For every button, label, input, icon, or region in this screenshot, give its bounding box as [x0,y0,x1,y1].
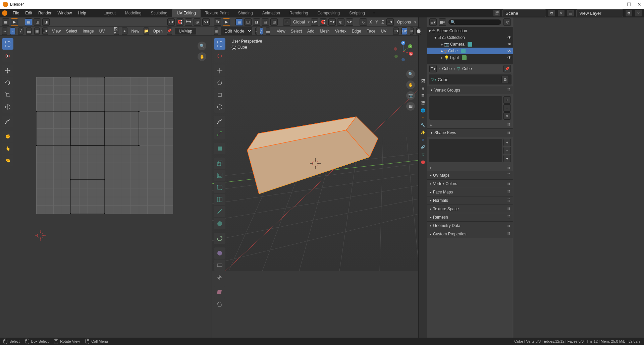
tree-item-cube[interactable]: ▸ ▽ Cube 👁 [427,48,513,54]
uv-mode-view-icon[interactable]: ▶ [11,18,18,26]
vp-tool-rotate[interactable] [214,77,225,89]
sel-face-icon[interactable]: ▬ [266,27,270,35]
uv-sync-selection-icon[interactable]: ▦ [25,18,32,26]
vp-tool-inset[interactable] [214,170,225,181]
more-icon[interactable]: ⠿ [507,165,510,170]
vp-tool-measure[interactable] [214,128,225,139]
orientation-icon[interactable]: ⊕ [283,18,290,26]
misc-header3-icon[interactable]: ▤ [262,18,269,26]
uv-sticky-icon[interactable]: ◫ [34,18,41,26]
checkbox-icon[interactable]: ☑ [437,35,441,40]
pivot-icon[interactable]: ⊙▾ [167,18,175,26]
snap-toggle-icon[interactable]: 🧲 [176,18,183,26]
tool-grab[interactable]: ✊ [2,131,13,142]
uv-sel-face-icon[interactable]: ▬ [26,27,32,35]
eye-icon[interactable]: 👁 [507,35,512,40]
tool-cursor[interactable] [2,50,13,62]
pin-props-icon[interactable]: 📌 [503,65,511,72]
menu-file[interactable]: File [10,9,22,17]
tab-compositing[interactable]: Compositing [313,9,344,17]
window-minimize-button[interactable]: — [616,2,621,7]
vp-tool-select[interactable] [214,38,225,50]
vp-tool-cursor[interactable] [214,50,225,62]
app-menu-icon[interactable] [2,10,7,16]
menu-render[interactable]: Render [36,9,54,17]
extra-modifier-icon[interactable]: 🔧 [420,122,426,128]
uv-sel-island-icon[interactable]: ▦ [34,27,40,35]
vp-tool-knife[interactable] [214,206,225,217]
extra-scene-icon[interactable]: 🎬 [420,100,426,106]
tree-item-camera[interactable]: ▸ 📷 Camera 👁 [427,41,513,48]
vp-menu-view[interactable]: View [275,29,287,34]
image-browse-icon[interactable]: 🖼▾ [114,27,119,35]
vp-menu-uv[interactable]: UV [380,29,388,34]
panel-header-shape-keys[interactable]: ▼Shape Keys⠿ [427,129,513,137]
camera-data-icon[interactable] [468,42,472,47]
viewport-canvas[interactable]: User Perspective (1) Cube [212,36,418,338]
vp-tool-edge-slide[interactable] [214,260,225,271]
image-open-folder-icon[interactable]: 📁 [144,27,149,35]
pan-icon[interactable]: ✋ [198,52,206,61]
outliner-filter-icon[interactable]: ▽ [503,18,511,26]
panel-header-normals[interactable]: ▸Normals⠿ [427,196,513,205]
tree-item-light[interactable]: ▸ 💡 Light 👁 [427,54,513,61]
vp-tool-shear[interactable] [214,286,225,298]
overlay-toggle-icon[interactable]: ⊡▾ [401,27,407,35]
falloff-3d-icon[interactable]: ∿▾ [346,18,353,26]
vp-pan-icon[interactable]: ✋ [406,80,415,89]
falloff-icon[interactable]: ∿▾ [202,18,210,26]
gizmo-vis-icon[interactable]: ◇ [360,18,367,26]
viewlayer-browse-icon[interactable]: ☰ [567,9,574,17]
image-new-plus-icon[interactable]: + [122,27,127,35]
panel-header-vertex-groups[interactable]: ▼Vertex Groups⠿ [427,86,513,94]
axis-x[interactable]: X [368,20,373,24]
vp-tool-shrink[interactable] [214,272,225,283]
pin-icon[interactable]: 📌 [167,27,172,35]
shading-solid-icon[interactable]: ⬤ [416,27,421,35]
panel-header-uv-maps[interactable]: ▸UV Maps⠿ [427,171,513,179]
proportional-3d-icon[interactable]: ◎ [337,18,344,26]
more-icon[interactable]: ⠿ [507,123,510,127]
proportional-icon[interactable]: ◎ [194,18,201,26]
tool-pinch[interactable]: 🤏 [2,155,13,166]
panel-header-remesh[interactable]: ▸Remesh⠿ [427,213,513,221]
window-close-button[interactable]: ✕ [637,2,641,7]
extra-constraint-icon[interactable]: 🔗 [420,144,426,150]
viewlayer-new-button[interactable]: ⧉ [625,9,633,17]
scene-delete-button[interactable]: ✕ [557,9,565,17]
vgroup-menu-icon[interactable]: ▾ [503,112,511,120]
vp-menu-select[interactable]: Select [289,29,303,34]
tool-annotate[interactable] [2,116,13,127]
outliner-type-icon[interactable]: ☰▾ [429,18,437,26]
tab-rendering[interactable]: Rendering [285,9,313,17]
options-button[interactable]: Options [395,20,413,24]
viewlayer-delete-button[interactable]: ✕ [635,9,642,17]
sel-vertex-icon[interactable]: ▫ [255,27,257,35]
vp-menu-vertex[interactable]: Vertex [334,29,348,34]
vp-menu-edge[interactable]: Edge [351,29,363,34]
tool-transform[interactable] [2,101,13,113]
panel-options-icon[interactable]: ⠿ [507,223,510,228]
panel-header-texture-space[interactable]: ▸Texture Space⠿ [427,205,513,213]
uv-sel-vertex-icon[interactable]: ▫ [10,27,15,35]
remove-shapekey-button[interactable]: − [503,147,511,154]
outliner-display-icon[interactable]: ▦▾ [439,18,446,26]
panel-options-icon[interactable]: ⠿ [507,88,510,93]
tree-collection[interactable]: ▾ ☑ 🗀 Collection 👁 [427,34,513,41]
uv-display-icon[interactable]: ⊡▾ [42,27,48,35]
uv-menu-select[interactable]: Select [65,29,78,34]
scene-new-button[interactable]: ⧉ [548,9,555,17]
vp-tool-bevel[interactable] [214,182,225,193]
outliner-search[interactable]: 🔍 [448,19,501,25]
tree-scene-collection[interactable]: ▾ 🗀 Scene Collection [427,27,513,34]
window-maximize-button[interactable]: ☐ [627,2,631,7]
shapekey-menu-icon[interactable]: ▾ [503,155,511,162]
vp-tool-transform[interactable] [214,101,225,113]
panel-options-icon[interactable]: ⠿ [507,198,510,203]
extra-output-icon[interactable]: 🖨 [420,85,426,91]
menu-edit[interactable]: Edit [22,9,35,17]
extra-world-icon[interactable]: 🌐 [420,107,426,113]
add-shapekey-button[interactable]: + [503,139,511,146]
vp-tool-extrude[interactable] [214,158,225,169]
vp-persp-icon[interactable]: ▦ [406,102,415,111]
